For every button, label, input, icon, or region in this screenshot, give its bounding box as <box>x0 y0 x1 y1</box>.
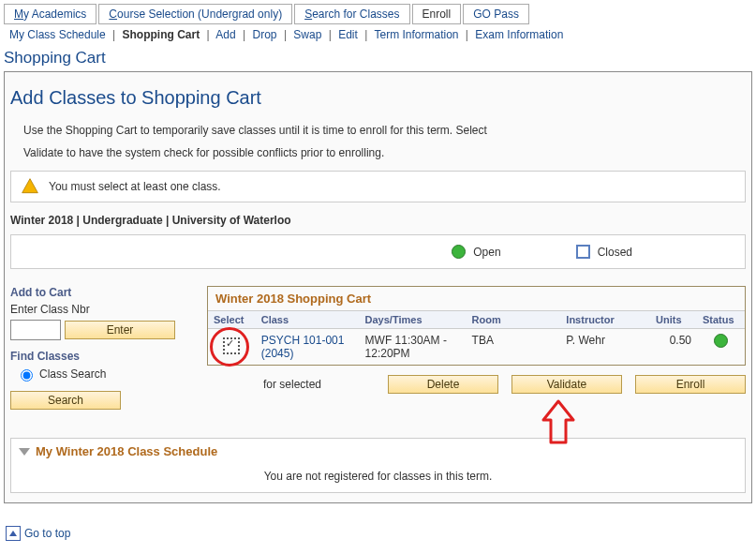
schedule-body: You are not registered for classes in th… <box>11 464 745 492</box>
validate-button[interactable]: Validate <box>511 375 622 394</box>
col-units: Units <box>650 311 697 329</box>
legend-closed: Closed <box>576 245 632 259</box>
closed-status-icon <box>576 245 590 259</box>
cart-actions: for selected Delete Validate Enroll <box>207 375 746 394</box>
tab-course-selection[interactable]: Course Selection (Undergrad only) <box>98 4 292 24</box>
legend-bar: Open Closed <box>10 234 746 269</box>
section-title: Add Classes to Shopping Cart <box>10 87 746 109</box>
enter-button[interactable]: Enter <box>65 321 175 339</box>
legend-open-label: Open <box>473 246 500 259</box>
subnav-term-info[interactable]: Term Information <box>374 28 458 41</box>
go-to-top-link[interactable]: Go to top <box>24 527 70 540</box>
legend-closed-label: Closed <box>598 246 632 259</box>
separator: | <box>329 28 332 41</box>
separator: | <box>466 28 468 41</box>
go-to-top[interactable]: Go to top <box>6 526 752 541</box>
description-line2: Validate to have the system check for po… <box>23 144 746 161</box>
tab-search-classes[interactable]: Search for Classes <box>294 4 409 24</box>
description-line1: Use the Shopping Cart to temporarily sav… <box>23 122 746 139</box>
enter-class-nbr-label: Enter Class Nbr <box>10 303 188 316</box>
cart-title: Winter 2018 Shopping Cart <box>208 287 745 310</box>
for-selected-label: for selected <box>207 378 321 391</box>
open-status-icon <box>452 245 466 259</box>
col-class: Class <box>256 311 360 329</box>
col-status: Status <box>697 311 745 329</box>
separator: | <box>112 28 115 41</box>
subnav-shopping-cart: Shopping Cart <box>123 28 200 41</box>
enroll-button[interactable]: Enroll <box>635 375 746 394</box>
enroll-subnav: My Class Schedule | Shopping Cart | Add … <box>9 28 749 41</box>
subnav-swap[interactable]: Swap <box>293 28 321 41</box>
class-search-radio[interactable] <box>21 369 33 382</box>
subnav-exam-info[interactable]: Exam Information <box>475 28 563 41</box>
tab-my-academics[interactable]: My Academics <box>4 4 96 24</box>
col-days-times: Days/Times <box>360 311 467 329</box>
days-times-cell: MWF 11:30AM - 12:20PM <box>360 329 467 366</box>
separator: | <box>284 28 287 41</box>
col-select: Select <box>208 311 256 329</box>
term-line: Winter 2018 | Undergraduate | University… <box>10 214 746 227</box>
subnav-edit[interactable]: Edit <box>338 28 358 41</box>
subnav-my-class-schedule[interactable]: My Class Schedule <box>9 28 106 41</box>
table-row: PSYCH 101-001 (2045) MWF 11:30AM - 12:20… <box>208 329 745 366</box>
separator: | <box>207 28 210 41</box>
page-title: Shopping Cart <box>4 49 752 67</box>
class-nbr-input[interactable] <box>10 320 61 340</box>
open-status-icon <box>714 334 728 348</box>
warning-bar: You must select at least one class. <box>10 171 746 202</box>
shopping-cart-box: Winter 2018 Shopping Cart Select Class D… <box>207 286 746 366</box>
room-cell: TBA <box>467 329 561 366</box>
col-room: Room <box>467 311 561 329</box>
top-tabs: My Academics Course Selection (Undergrad… <box>4 4 752 24</box>
class-link[interactable]: PSYCH 101-001 (2045) <box>261 334 345 360</box>
collapse-icon <box>19 448 30 456</box>
add-to-cart-head: Add to Cart <box>10 286 188 299</box>
tab-go-pass[interactable]: GO Pass <box>463 4 529 24</box>
schedule-box: My Winter 2018 Class Schedule You are no… <box>10 438 746 493</box>
separator: | <box>364 28 367 41</box>
schedule-title: My Winter 2018 Class Schedule <box>36 444 217 458</box>
warning-icon <box>21 177 39 196</box>
find-classes-head: Find Classes <box>10 350 188 363</box>
instructor-cell: P. Wehr <box>560 329 650 366</box>
schedule-header[interactable]: My Winter 2018 Class Schedule <box>11 439 745 464</box>
delete-button[interactable]: Delete <box>388 375 498 394</box>
units-cell: 0.50 <box>650 329 697 366</box>
search-button[interactable]: Search <box>10 391 121 410</box>
legend-open: Open <box>452 245 500 259</box>
warning-text: You must select at least one class. <box>49 180 221 193</box>
left-sidebar: Add to Cart Enter Class Nbr Enter Find C… <box>10 286 188 410</box>
subnav-drop[interactable]: Drop <box>253 28 277 41</box>
cart-table: Select Class Days/Times Room Instructor … <box>208 310 745 365</box>
select-checkbox[interactable] <box>223 337 240 354</box>
subnav-add[interactable]: Add <box>215 28 235 41</box>
tab-enroll[interactable]: Enroll <box>412 4 462 24</box>
col-instructor: Instructor <box>560 311 650 329</box>
separator: | <box>243 28 245 41</box>
arrow-up-icon <box>6 526 21 541</box>
class-search-label: Class Search <box>39 367 106 381</box>
status-cell <box>697 329 745 366</box>
main-panel: Add Classes to Shopping Cart Use the Sho… <box>4 71 752 503</box>
